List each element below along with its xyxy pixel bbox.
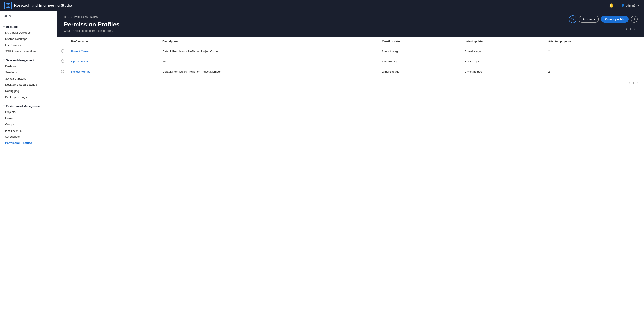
sidebar-item-groups[interactable]: Groups — [0, 121, 57, 128]
table-prev-page-button[interactable]: ‹ — [628, 81, 631, 85]
page-title: Permission Profiles — [64, 21, 120, 28]
sidebar-item-my-virtual-desktops[interactable]: My Virtual Desktops — [0, 30, 57, 36]
sidebar-section-label: Desktops — [6, 25, 18, 28]
sidebar-section-label: Session Management — [6, 59, 34, 62]
sidebar: RES ‹ ▾ Desktops My Virtual Desktops Sha… — [0, 11, 58, 330]
user-label: admin1 — [626, 4, 636, 7]
row-affected-projects-1: 1 — [545, 57, 644, 67]
col-select — [58, 37, 68, 46]
sidebar-section-environment-management: ▾ Environment Management Projects Users … — [0, 101, 57, 147]
row-latest-update-2: 2 months ago — [461, 67, 545, 77]
sidebar-section-title-environment-management[interactable]: ▾ Environment Management — [0, 103, 57, 109]
refresh-button[interactable]: ↻ — [569, 15, 576, 23]
col-latest-update: Latest update — [461, 37, 545, 46]
row-description-1: test — [159, 57, 379, 67]
profiles-table: Profile name Description Creation date L… — [58, 37, 644, 77]
chevron-down-icon: ▾ — [4, 59, 5, 62]
table-row: Project Owner Default Permission Profile… — [58, 46, 644, 57]
breadcrumb-separator: › — [71, 15, 72, 19]
chevron-down-icon: ▾ — [4, 25, 5, 28]
page-number: 1 — [630, 27, 632, 31]
sidebar-item-desktop-settings[interactable]: Desktop Settings — [0, 94, 57, 100]
row-latest-update-1: 3 days ago — [461, 57, 545, 67]
row-latest-update-0: 3 weeks ago — [461, 46, 545, 57]
row-description-0: Default Permission Profile for Project O… — [159, 46, 379, 57]
sidebar-item-dashboard[interactable]: Dashboard — [0, 63, 57, 69]
top-nav: Research and Engineering Studio 🔔 👤 admi… — [0, 0, 644, 11]
profile-name-link-0[interactable]: Project Owner — [71, 50, 90, 53]
sidebar-item-users[interactable]: Users — [0, 115, 57, 121]
topnav-right: 🔔 👤 admin1 ▼ — [607, 2, 640, 9]
actions-label: Actions — [582, 18, 592, 21]
sidebar-item-s3-buckets[interactable]: S3 Buckets — [0, 134, 57, 140]
table-row: UpdateStatus test 3 weeks ago 3 days ago… — [58, 57, 644, 67]
main-layout: RES ‹ ▾ Desktops My Virtual Desktops Sha… — [0, 11, 644, 330]
profile-name-link-2[interactable]: Project Member — [71, 70, 91, 73]
sidebar-section-title-session-management[interactable]: ▾ Session Management — [0, 57, 57, 63]
svg-point-1 — [7, 5, 9, 7]
sidebar-section-title-desktops[interactable]: ▾ Desktops — [0, 24, 57, 30]
create-profile-button[interactable]: Create profile — [601, 16, 629, 23]
user-menu-button[interactable]: 👤 admin1 ▼ — [621, 4, 640, 7]
row-radio-2[interactable] — [61, 70, 64, 73]
row-radio-1[interactable] — [61, 60, 64, 63]
user-chevron-icon: ▼ — [637, 4, 640, 7]
sidebar-item-file-systems[interactable]: File Systems — [0, 128, 57, 134]
prev-page-button[interactable]: ‹ — [624, 27, 628, 31]
pagination-header: ‹ 1 › — [624, 25, 638, 31]
user-icon: 👤 — [621, 4, 624, 7]
app-name: Research and Engineering Studio — [14, 4, 72, 8]
table-next-page-button[interactable]: › — [636, 81, 640, 85]
col-description: Description — [159, 37, 379, 46]
next-page-button[interactable]: › — [633, 27, 637, 31]
table-row: Project Member Default Permission Profil… — [58, 67, 644, 77]
sidebar-item-desktop-shared-settings[interactable]: Desktop Shared Settings — [0, 82, 57, 88]
sidebar-section-session-management: ▾ Session Management Dashboard Sessions … — [0, 55, 57, 101]
profile-name-link-1[interactable]: UpdateStatus — [71, 60, 88, 63]
row-description-2: Default Permission Profile for Project M… — [159, 67, 379, 77]
sidebar-item-ssh-access-instructions[interactable]: SSH Access Instructions — [0, 48, 57, 54]
row-affected-projects-0: 2 — [545, 46, 644, 57]
logo-icon — [4, 2, 12, 9]
col-profile-name: Profile name — [68, 37, 159, 46]
table-page-number: 1 — [633, 81, 634, 85]
chevron-down-icon: ▾ — [4, 105, 5, 107]
row-radio-0[interactable] — [61, 49, 64, 53]
sidebar-item-file-browser[interactable]: File Browser — [0, 42, 57, 48]
notification-bell[interactable]: 🔔 — [607, 2, 618, 9]
row-creation-date-2: 2 months ago — [379, 67, 461, 77]
row-creation-date-1: 3 weeks ago — [379, 57, 461, 67]
breadcrumb-current: Permission Profiles — [74, 15, 98, 19]
app-logo: Research and Engineering Studio — [4, 2, 72, 9]
sidebar-item-shared-desktops[interactable]: Shared Desktops — [0, 36, 57, 42]
sidebar-collapse-button[interactable]: ‹ — [53, 15, 54, 18]
sidebar-item-debugging[interactable]: Debugging — [0, 88, 57, 94]
row-affected-projects-2: 2 — [545, 67, 644, 77]
sidebar-item-software-stacks[interactable]: Software Stacks — [0, 76, 57, 82]
content-header: RES › Permission Profiles Permission Pro… — [58, 11, 644, 37]
table-header-row: Profile name Description Creation date L… — [58, 37, 644, 46]
page-subtitle: Create and manage permission profiles. — [64, 29, 120, 33]
content-area: RES › Permission Profiles Permission Pro… — [58, 11, 644, 330]
sidebar-section-label: Environment Management — [6, 105, 41, 108]
row-creation-date-0: 2 months ago — [379, 46, 461, 57]
breadcrumb: RES › Permission Profiles — [64, 15, 120, 19]
sidebar-item-projects[interactable]: Projects — [0, 109, 57, 115]
sidebar-title: RES — [4, 14, 11, 19]
info-button[interactable]: ℹ — [631, 16, 638, 23]
sidebar-section-desktops: ▾ Desktops My Virtual Desktops Shared De… — [0, 22, 57, 55]
col-affected-projects: Affected projects — [545, 37, 644, 46]
sidebar-item-sessions[interactable]: Sessions — [0, 69, 57, 76]
table-area: Profile name Description Creation date L… — [58, 37, 644, 330]
sidebar-header: RES ‹ — [0, 11, 57, 22]
col-creation-date: Creation date — [379, 37, 461, 46]
actions-chevron-icon: ▾ — [594, 18, 595, 21]
sidebar-item-permission-profiles[interactable]: Permission Profiles — [0, 140, 57, 146]
breadcrumb-home[interactable]: RES — [64, 15, 70, 19]
actions-button[interactable]: Actions ▾ — [578, 16, 599, 23]
table-pagination: ‹ 1 › — [58, 77, 644, 89]
